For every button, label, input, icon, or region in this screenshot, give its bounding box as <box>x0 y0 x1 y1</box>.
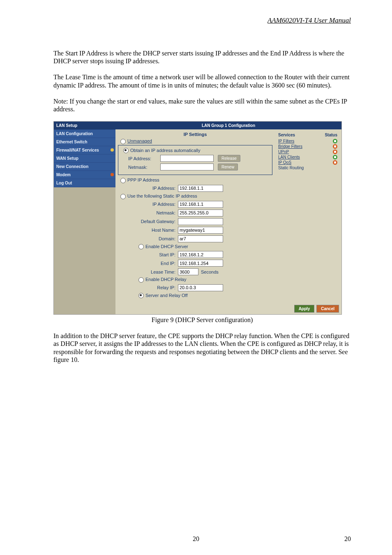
status-go-icon <box>333 139 337 143</box>
status-dot-icon <box>111 173 114 176</box>
seconds-label: Seconds <box>201 269 219 274</box>
status-heading: Status <box>325 133 337 137</box>
sidebar-item-label: Modem <box>56 173 71 177</box>
option-label: Use the following Static IP address <box>127 193 197 198</box>
option-label: PPP IP Address <box>127 177 159 182</box>
option-static[interactable]: Use the following Static IP address <box>118 193 272 200</box>
paragraph-1: The Start IP Address is where the DHCP s… <box>53 49 351 65</box>
status-stop-icon <box>333 150 337 154</box>
gateway-label: Default Gateway: <box>118 219 178 224</box>
obtain-auto-box: Obtain an IP address automatically IP Ad… <box>118 145 272 175</box>
lease-time-label: Lease Time: <box>118 269 178 274</box>
option-label: Unmanaged <box>127 138 152 143</box>
status-stop-icon <box>333 144 337 149</box>
page-number-center: 20 <box>193 535 199 543</box>
ip-settings-heading: IP Settings <box>118 132 272 137</box>
sidebar: LAN Setup LAN Configuration Ethernet Swi… <box>54 122 115 314</box>
static-netmask-label: Netmask: <box>118 210 178 215</box>
hostname-input[interactable] <box>178 227 223 234</box>
hostname-label: Host Name: <box>118 228 178 233</box>
panel-title: LAN Group 1 Configuration <box>115 122 341 129</box>
radio-icon <box>120 194 126 199</box>
service-upnp[interactable]: UPnP <box>278 150 289 154</box>
sidebar-item-label: Firewall/NAT Services <box>56 148 99 152</box>
status-stop-icon <box>333 160 337 165</box>
paragraph-4: In addition to the DHCP server feature, … <box>53 332 351 364</box>
radio-icon <box>138 244 144 249</box>
services-heading: Services <box>278 133 295 137</box>
lease-time-input[interactable] <box>178 268 198 275</box>
end-ip-label: End IP: <box>118 261 178 266</box>
sidebar-item-modem[interactable]: Modem <box>54 171 115 179</box>
ppp-ip-input[interactable] <box>178 185 223 192</box>
sidebar-item-lan-config[interactable]: LAN Configuration <box>54 130 115 138</box>
option-label: Obtain an IP address automatically <box>130 148 200 153</box>
option-server-relay-off[interactable]: Server and Relay Off <box>118 292 272 299</box>
main-panel: LAN Group 1 Configuration IP Settings Un… <box>115 122 341 314</box>
action-bar: Apply Cancel <box>115 303 341 314</box>
radio-icon <box>138 293 144 298</box>
option-ppp[interactable]: PPP IP Address <box>118 177 272 184</box>
paragraph-2: The Lease Time is the amount of time a n… <box>53 73 351 89</box>
figure-caption: Figure 9 (DHCP Server configuration) <box>53 316 351 324</box>
radio-icon <box>123 148 129 153</box>
radio-icon <box>138 277 144 283</box>
netmask-input[interactable] <box>160 164 214 170</box>
option-label: Server and Relay Off <box>145 293 188 298</box>
ppp-ip-label: IP Address: <box>118 186 178 191</box>
radio-icon <box>120 139 126 144</box>
page-number-right: 20 <box>344 535 351 543</box>
sidebar-item-new-conn[interactable]: New Connection <box>54 163 115 171</box>
option-dhcp-relay[interactable]: Enable DHCP Relay <box>118 276 272 283</box>
sidebar-item-ethernet[interactable]: Ethernet Switch <box>54 138 115 146</box>
sidebar-item-logout[interactable]: Log Out <box>54 179 115 187</box>
sidebar-item-wan[interactable]: WAN Setup <box>54 154 115 163</box>
status-go-icon <box>333 155 337 159</box>
services-column: Services Status IP Filters Bridge Filter… <box>277 129 341 303</box>
static-ip-input[interactable] <box>178 201 223 208</box>
router-screenshot: LAN Setup LAN Configuration Ethernet Swi… <box>53 121 342 315</box>
release-button[interactable]: Release <box>218 155 240 162</box>
service-lan-clients[interactable]: LAN Clients <box>278 155 300 159</box>
settings-column: IP Settings Unmanaged Obtain an IP addre… <box>115 129 277 303</box>
netmask-label: Netmask: <box>121 165 160 170</box>
doc-header: AAM6020VI-T4 User Manual <box>53 16 351 25</box>
relay-ip-label: Relay IP: <box>118 285 178 290</box>
domain-label: Domain: <box>118 236 178 241</box>
cancel-button[interactable]: Cancel <box>316 305 339 313</box>
relay-ip-input[interactable] <box>178 284 223 291</box>
option-label: Enable DHCP Relay <box>145 277 186 282</box>
option-label: Enable DHCP Server <box>145 244 188 249</box>
end-ip-input[interactable] <box>178 260 223 267</box>
service-ip-qos[interactable]: IP QoS <box>278 160 291 165</box>
gateway-input[interactable] <box>178 218 223 225</box>
option-obtain-auto[interactable]: Obtain an IP address automatically <box>121 147 270 154</box>
apply-button[interactable]: Apply <box>294 305 315 313</box>
option-dhcp-server[interactable]: Enable DHCP Server <box>118 243 272 251</box>
static-netmask-input[interactable] <box>178 210 223 216</box>
sidebar-item-firewall[interactable]: Firewall/NAT Services <box>54 146 115 154</box>
start-ip-input[interactable] <box>178 251 223 258</box>
service-ip-filters[interactable]: IP Filters <box>278 139 294 143</box>
renew-button[interactable]: Renew <box>218 164 238 170</box>
option-unmanaged[interactable]: Unmanaged <box>118 138 272 145</box>
service-static-routing[interactable]: Static Routing <box>278 166 304 170</box>
ip-address-label: IP Address: <box>121 156 160 161</box>
start-ip-label: Start IP: <box>118 252 178 257</box>
ip-address-input[interactable] <box>160 155 214 162</box>
radio-icon <box>120 178 126 183</box>
domain-input[interactable] <box>178 235 223 242</box>
sidebar-header: LAN Setup <box>54 122 115 130</box>
status-dot-icon <box>111 148 114 152</box>
paragraph-3: Note: If you change the start or end val… <box>53 97 351 113</box>
service-bridge-filters[interactable]: Bridge Filters <box>278 144 302 149</box>
static-ip-label: IP Address: <box>118 202 178 207</box>
